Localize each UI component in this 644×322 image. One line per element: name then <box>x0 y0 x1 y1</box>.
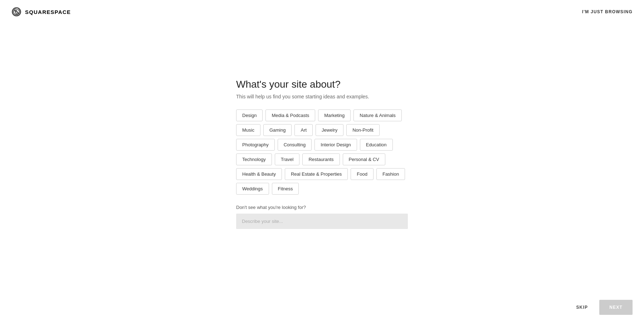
category-tag-real-estate[interactable]: Real Estate & Properties <box>285 168 348 180</box>
category-tag-fashion[interactable]: Fashion <box>376 168 405 180</box>
category-tag-interior-design[interactable]: Interior Design <box>314 139 357 151</box>
footer-buttons: SKIP NEXT <box>0 293 644 322</box>
category-tag-weddings[interactable]: Weddings <box>236 183 269 195</box>
category-tag-design[interactable]: Design <box>236 109 263 121</box>
category-tag-non-profit[interactable]: Non-Profit <box>346 124 380 136</box>
page-subtitle: This will help us find you some starting… <box>236 94 408 99</box>
skip-button[interactable]: SKIP <box>567 300 596 315</box>
category-tag-food[interactable]: Food <box>351 168 374 180</box>
category-tag-travel[interactable]: Travel <box>275 153 300 165</box>
describe-site-input[interactable] <box>236 214 408 229</box>
category-tag-personal-cv[interactable]: Personal & CV <box>343 153 385 165</box>
category-tag-nature-animals[interactable]: Nature & Animals <box>353 109 401 121</box>
category-tag-photography[interactable]: Photography <box>236 139 275 151</box>
next-button[interactable]: NEXT <box>599 300 633 315</box>
just-browsing-button[interactable]: I'M JUST BROWSING <box>582 6 633 17</box>
logo-text: SQUARESPACE <box>25 9 71 15</box>
squarespace-logo-icon-v2 <box>11 7 21 17</box>
describe-label: Don't see what you're looking for? <box>236 205 408 210</box>
header: SQUARESPACE I'M JUST BROWSING <box>0 0 644 24</box>
category-tag-gaming[interactable]: Gaming <box>263 124 292 136</box>
category-tag-music[interactable]: Music <box>236 124 260 136</box>
category-tags: DesignMedia & PodcastsMarketingNature & … <box>236 109 408 195</box>
category-tag-restaurants[interactable]: Restaurants <box>302 153 340 165</box>
category-tag-fitness[interactable]: Fitness <box>272 183 299 195</box>
category-tag-education[interactable]: Education <box>360 139 393 151</box>
page-title: What's your site about? <box>236 79 408 90</box>
main-content: What's your site about? This will help u… <box>236 79 408 229</box>
category-tag-art[interactable]: Art <box>294 124 313 136</box>
category-tag-consulting[interactable]: Consulting <box>278 139 312 151</box>
logo-area: SQUARESPACE <box>11 7 71 17</box>
category-tag-media-podcasts[interactable]: Media & Podcasts <box>265 109 315 121</box>
category-tag-marketing[interactable]: Marketing <box>318 109 351 121</box>
category-tag-health-beauty[interactable]: Health & Beauty <box>236 168 282 180</box>
category-tag-technology[interactable]: Technology <box>236 153 272 165</box>
category-tag-jewelry[interactable]: Jewelry <box>316 124 343 136</box>
